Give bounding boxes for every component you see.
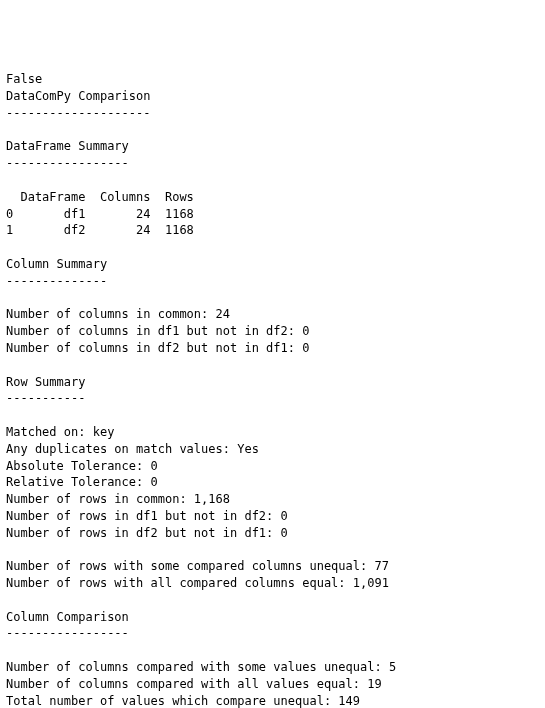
datacompy-report: False DataComPy Comparison -------------… bbox=[0, 67, 545, 708]
